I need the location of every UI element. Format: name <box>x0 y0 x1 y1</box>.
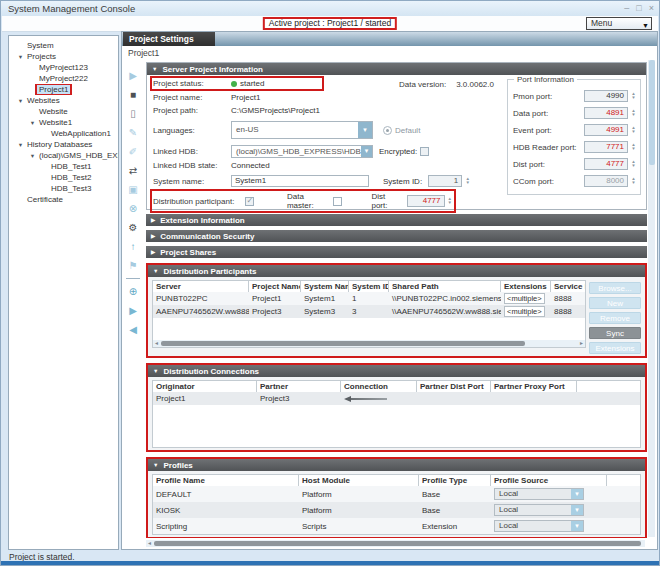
tree-item-website[interactable]: Website <box>9 106 118 117</box>
col-header-system-name[interactable]: System Name <box>301 281 349 292</box>
chevron-down-icon[interactable]: ▼ <box>571 505 583 515</box>
profile-source-combobox[interactable]: Local▼ <box>494 504 584 516</box>
rename-project-icon[interactable]: ✐ <box>126 144 140 158</box>
profile-source-combobox[interactable]: Local▼ <box>494 488 584 500</box>
tree-item-myproject222[interactable]: MyProject222 <box>9 73 118 84</box>
participants-row-1[interactable]: PUNBT022PC Project1 System1 1 \\PUNBT022… <box>153 292 585 305</box>
dist-port-input[interactable]: 4777 <box>407 195 445 207</box>
participants-row-2[interactable]: AAENPU746562W.ww888 Project3 System3 3 \… <box>153 305 585 318</box>
new-project-icon[interactable]: ▯ <box>126 106 140 120</box>
tree-item-myproject123[interactable]: MyProject123 <box>9 62 118 73</box>
hdb-reader-port-input[interactable]: 7771 <box>584 141 628 153</box>
menu-dropdown[interactable]: Menu ▼ <box>586 17 652 30</box>
profiles-row-2[interactable]: KIOSK Platform Base Local▼ <box>153 502 640 518</box>
col-header-project-name[interactable]: Project Name <box>249 281 301 292</box>
system-id-spinner[interactable]: ▲▼ <box>464 177 471 186</box>
close-icon[interactable]: × <box>649 2 654 14</box>
section-header-distribution-connections[interactable]: ▼ Distribution Connections <box>148 365 645 377</box>
linked-hdb-combobox[interactable]: (local)\GMS_HDB_EXPRESS\HDB_1 ▼ <box>231 145 373 158</box>
default-language-radio[interactable] <box>383 126 392 135</box>
col-header-shared-path[interactable]: Shared Path <box>389 281 501 292</box>
tree-item-webapplication1[interactable]: WebApplication1 <box>9 128 118 139</box>
chevron-down-icon[interactable]: ▼ <box>361 146 372 157</box>
expander[interactable]: ▼ <box>28 120 37 126</box>
settings-v-scrollbar[interactable] <box>648 60 655 537</box>
data-port-spinner[interactable]: ▲▼ <box>630 109 637 118</box>
col-header-profile-type[interactable]: Profile Type <box>419 475 491 486</box>
col-header-service-port[interactable]: Service P <box>551 281 585 292</box>
new-button[interactable]: New <box>589 297 641 309</box>
col-header-connection[interactable]: Connection <box>341 381 417 392</box>
minimize-icon[interactable]: – <box>624 2 629 14</box>
participants-h-scrollbar[interactable]: ◄ ► <box>153 340 585 347</box>
upgrade-project-icon[interactable]: ↑ <box>126 239 140 253</box>
maximize-icon[interactable]: □ <box>636 2 641 14</box>
profile-source-combobox[interactable]: Local▼ <box>494 520 584 532</box>
pmon-port-input[interactable]: 4990 <box>584 90 628 102</box>
activate-icon[interactable]: ▶ <box>126 303 140 317</box>
event-port-spinner[interactable]: ▲▼ <box>630 126 637 135</box>
expander[interactable]: ▼ <box>16 142 25 148</box>
section-header-project-shares[interactable]: ▶ Project Shares <box>146 246 647 258</box>
scroll-right-icon[interactable]: ► <box>579 340 584 347</box>
tree-item-certificate[interactable]: Certificate <box>9 194 118 205</box>
extensions-button[interactable]: Extensions <box>589 342 641 354</box>
chevron-down-icon[interactable]: ▼ <box>571 489 583 499</box>
col-header-system-id[interactable]: System ID <box>349 281 389 292</box>
remove-button[interactable]: Remove <box>589 312 641 324</box>
col-header-originator[interactable]: Originator <box>153 381 257 392</box>
customize-project-icon[interactable]: ✎ <box>126 125 140 139</box>
cell-extensions-dropdown[interactable]: <multiple> <box>504 293 545 304</box>
system-name-input[interactable]: System1 <box>231 175 369 187</box>
scroll-left-icon[interactable]: ◄ <box>154 340 159 347</box>
profiles-row-1[interactable]: DEFAULT Platform Base Local▼ <box>153 486 640 502</box>
col-header-profile-source[interactable]: Profile Source <box>491 475 607 486</box>
scroll-left-icon[interactable]: ◄ <box>147 540 152 547</box>
tree-item-projects[interactable]: ▼Projects <box>9 51 118 62</box>
section-header-distribution-participants[interactable]: ▼ Distribution Participants <box>148 265 645 277</box>
col-header-server[interactable]: Server <box>153 281 249 292</box>
system-id-input[interactable]: 1 <box>428 175 462 187</box>
distribution-participant-checkbox[interactable] <box>245 197 254 206</box>
link-hdb-icon[interactable]: ⇄ <box>126 163 140 177</box>
tree-item-hdb-test1[interactable]: HDB_Test1 <box>9 161 118 172</box>
pin-project-icon[interactable]: ⚑ <box>126 258 140 272</box>
expander[interactable]: ▼ <box>16 54 25 60</box>
cell-extensions-dropdown[interactable]: <multiple> <box>504 306 545 317</box>
section-header-communication-security[interactable]: ▶ Communication Security <box>146 230 647 242</box>
col-header-partner-dist-port[interactable]: Partner Dist Port <box>417 381 491 392</box>
connections-row-1[interactable]: Project1 Project3 <box>153 392 640 405</box>
tree-item-websites[interactable]: ▼Websites <box>9 95 118 106</box>
save-project-icon[interactable]: ▣ <box>126 182 140 196</box>
col-header-partner[interactable]: Partner <box>257 381 341 392</box>
main-h-scrollbar[interactable]: ◄ <box>146 540 645 547</box>
languages-combobox[interactable]: en-US ▼ <box>231 121 373 139</box>
tab-project-settings[interactable]: Project Settings <box>123 32 215 46</box>
ccom-port-spinner[interactable]: ▲▼ <box>630 177 637 186</box>
tree-item-hdb-test2[interactable]: HDB_Test2 <box>9 172 118 183</box>
add-item-icon[interactable]: ⊕ <box>126 284 140 298</box>
dist-port-info-input[interactable]: 4777 <box>584 158 628 170</box>
browse-button[interactable]: Browse... <box>589 282 641 294</box>
pmon-port-spinner[interactable]: ▲▼ <box>630 92 637 101</box>
dist-port-spinner[interactable]: ▲▼ <box>447 197 454 206</box>
delete-project-icon[interactable]: ⊗ <box>126 201 140 215</box>
tree-item-history-databases[interactable]: ▼History Databases <box>9 139 118 150</box>
tree-item-project1-selected[interactable]: Project1 <box>9 84 118 95</box>
section-header-extension-information[interactable]: ▶ Extension Information <box>146 214 647 226</box>
data-port-input[interactable]: 4891 <box>584 107 628 119</box>
data-master-checkbox[interactable] <box>333 197 342 206</box>
encrypted-checkbox[interactable] <box>420 147 429 156</box>
deactivate-icon[interactable]: ◀ <box>126 322 140 336</box>
expander[interactable]: ▼ <box>16 98 25 104</box>
distribution-icon[interactable]: ⚙ <box>126 220 140 234</box>
tree-item-website1[interactable]: ▼Website1 <box>9 117 118 128</box>
col-header-partner-proxy-port[interactable]: Partner Proxy Port <box>491 381 577 392</box>
event-port-input[interactable]: 4991 <box>584 124 628 136</box>
section-header-profiles[interactable]: ▼ Profiles <box>148 459 645 471</box>
tree-item-system[interactable]: System <box>9 40 118 51</box>
hdb-reader-port-spinner[interactable]: ▲▼ <box>630 143 637 152</box>
profiles-row-3[interactable]: Scripting Scripts Extension Local▼ <box>153 518 640 534</box>
ccom-port-input[interactable]: 8000 <box>584 175 628 187</box>
chevron-down-icon[interactable]: ▼ <box>358 122 372 138</box>
